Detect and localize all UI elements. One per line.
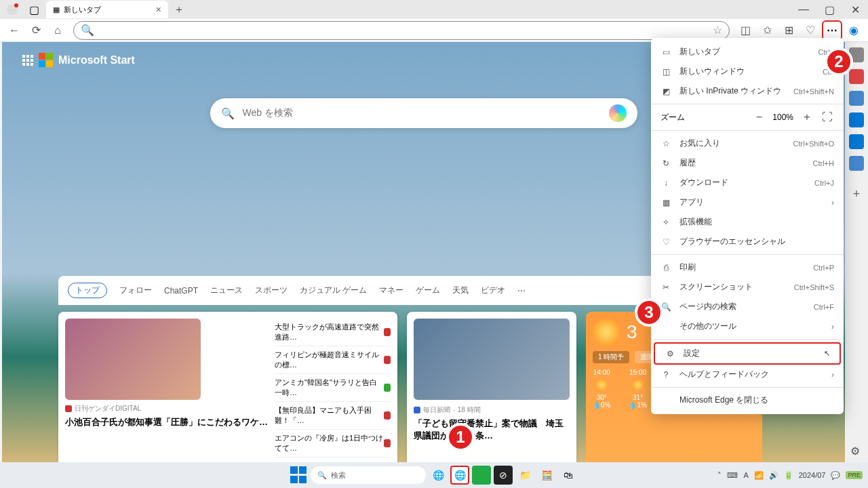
tab-icon: ▭ xyxy=(660,47,671,58)
app-launcher-icon[interactable] xyxy=(22,55,33,66)
screenshot-icon: ✂ xyxy=(660,282,671,293)
browser-tab[interactable]: ▦ 新しいタブ × xyxy=(46,1,168,18)
menu-apps[interactable]: ▦アプリ› xyxy=(651,192,844,212)
address-bar[interactable]: 🔍 ☆ xyxy=(73,21,730,40)
menu-print[interactable]: ⎙印刷Ctrl+P xyxy=(651,258,844,277)
feed-tab-top[interactable]: トップ xyxy=(68,283,107,298)
back-button[interactable]: ← xyxy=(4,20,24,41)
taskbar-store[interactable]: 🛍 xyxy=(559,466,578,485)
menu-find[interactable]: 🔍ページ内の検索Ctrl+F xyxy=(651,297,844,317)
feed-tab[interactable]: ゲーム xyxy=(416,285,440,296)
chevron-up-icon[interactable]: ˄ xyxy=(717,471,722,480)
profile-button[interactable] xyxy=(7,4,18,15)
feed-tab[interactable]: フォロー xyxy=(119,285,152,296)
new-tab-button[interactable]: ＋ xyxy=(174,3,184,17)
minimize-button[interactable]: — xyxy=(791,0,816,19)
copilot-button[interactable]: ◉ xyxy=(844,20,864,41)
chevron-right-icon: › xyxy=(831,322,834,331)
menu-new-inprivate[interactable]: ◩新しい InPrivate ウィンドウCtrl+Shift+N xyxy=(651,81,844,101)
star-icon: ☆ xyxy=(660,138,671,149)
chevron-right-icon: › xyxy=(831,370,834,380)
sun-icon xyxy=(593,319,620,346)
menu-screenshot[interactable]: ✂スクリーンショットCtrl+Shift+S xyxy=(651,277,844,297)
menu-more-tools[interactable]: その他のツール› xyxy=(651,317,844,336)
news-card[interactable]: 毎日新聞 · 18 時間 「子ども留守番禁止」案で物議 埼玉県議団が新たな条… xyxy=(407,312,576,488)
weather-tab-hourly[interactable]: 1 時間予 xyxy=(593,351,629,363)
browser-menu: ▭新しいタブCtrl+ ◫新しいウィンドウCtrl ◩新しい InPrivate… xyxy=(651,38,844,414)
feed-tab[interactable]: カジュアル ゲーム xyxy=(300,285,367,296)
search-icon: 🔍 xyxy=(81,24,94,37)
window-icon: ◫ xyxy=(660,66,671,77)
news-thumbnail xyxy=(65,319,201,400)
sidebar-add-icon[interactable]: + xyxy=(853,187,861,201)
sidebar-m365-icon[interactable] xyxy=(849,113,864,127)
titlebar: ▢ ▦ 新しいタブ × ＋ — ▢ ✕ xyxy=(0,0,868,19)
page-settings-icon[interactable]: ⚙ xyxy=(850,445,865,460)
sidebar-tools-icon[interactable] xyxy=(849,91,864,106)
battery-icon[interactable]: 🔋 xyxy=(784,471,793,480)
fullscreen-button[interactable]: ⛶ xyxy=(821,111,834,123)
taskbar-app[interactable]: ⊘ xyxy=(494,466,513,485)
system-tray[interactable]: ˄ ⌨ A 📶 🔊 🔋 2024/07 💬 PRE xyxy=(717,471,863,480)
search-box[interactable]: 🔍 Web を検索 xyxy=(210,98,637,128)
home-button[interactable]: ⌂ xyxy=(47,20,68,41)
feed-tab[interactable]: ChatGPT xyxy=(164,286,198,296)
browser-essentials-button[interactable]: ♡ xyxy=(800,20,821,41)
inprivate-icon: ◩ xyxy=(660,86,671,97)
feed-tab[interactable]: 天気 xyxy=(452,285,469,296)
menu-extensions[interactable]: ✧拡張機能 xyxy=(651,212,844,232)
maximize-button[interactable]: ▢ xyxy=(816,0,842,19)
favorites-button[interactable]: ✩ xyxy=(757,20,777,41)
menu-help[interactable]: ?ヘルプとフィードバック› xyxy=(651,365,844,384)
taskbar-explorer[interactable]: 📁 xyxy=(515,466,534,485)
cursor-icon: ↖ xyxy=(824,349,830,358)
menu-history[interactable]: ↻履歴Ctrl+H xyxy=(651,153,844,173)
ime-icon[interactable]: A xyxy=(743,471,748,479)
gear-icon: ⚙ xyxy=(665,348,675,359)
annotation-badge-1: 1 xyxy=(446,423,475,451)
feed-tab[interactable]: スポーツ xyxy=(255,285,288,296)
taskbar-search[interactable]: 🔍検索 xyxy=(311,466,426,484)
sidebar-shopping-icon[interactable] xyxy=(849,69,864,84)
more-button[interactable]: ⋯ xyxy=(822,20,842,41)
menu-essentials[interactable]: ♡ブラウザーのエッセンシャル xyxy=(651,232,844,251)
sidebar-outlook-icon[interactable] xyxy=(849,134,864,149)
taskbar-chrome[interactable]: 🌐 xyxy=(429,466,448,485)
keyboard-icon[interactable]: ⌨ xyxy=(727,471,738,480)
start-button[interactable] xyxy=(290,466,308,484)
taskbar-app[interactable] xyxy=(472,466,491,485)
split-screen-button[interactable]: ◫ xyxy=(735,20,755,41)
menu-favorites[interactable]: ☆お気に入りCtrl+Shift+O xyxy=(651,134,844,153)
news-card[interactable]: 日刊ゲンダイDIGITAL 小池百合子氏が都知事選「圧勝」にこだわるワケ… 大型… xyxy=(58,312,397,488)
zoom-in-button[interactable]: + xyxy=(800,111,814,123)
copilot-icon[interactable] xyxy=(609,104,627,122)
notifications-icon[interactable]: 💬 xyxy=(831,471,840,480)
feed-tab[interactable]: マネー xyxy=(379,285,403,296)
taskbar-edge[interactable]: 🌐 xyxy=(450,466,469,485)
zoom-out-button[interactable]: − xyxy=(752,111,766,123)
collections-button[interactable]: ⊞ xyxy=(778,20,799,41)
menu-new-tab[interactable]: ▭新しいタブCtrl+ xyxy=(651,42,844,62)
favorite-icon[interactable]: ☆ xyxy=(713,24,722,37)
extensions-icon: ✧ xyxy=(660,217,671,228)
volume-icon[interactable]: 🔊 xyxy=(769,471,778,480)
search-icon: 🔍 xyxy=(221,107,235,120)
close-button[interactable]: ✕ xyxy=(842,0,868,19)
wifi-icon[interactable]: 📶 xyxy=(754,471,764,480)
menu-close-edge[interactable]: Microsoft Edge を閉じる xyxy=(651,390,844,410)
sidebar-send-icon[interactable] xyxy=(849,156,864,171)
tab-actions-button[interactable]: ▢ xyxy=(27,3,41,16)
menu-downloads[interactable]: ↓ダウンロードCtrl+J xyxy=(651,173,844,192)
feed-tab[interactable]: ニュース xyxy=(210,285,243,296)
feed-more-icon[interactable]: ⋯ xyxy=(517,286,526,296)
taskbar-calculator[interactable]: 🧮 xyxy=(537,466,556,485)
clock[interactable]: 2024/07 xyxy=(799,471,826,479)
feed-tab[interactable]: ビデオ xyxy=(481,285,505,296)
microsoft-logo xyxy=(39,53,53,67)
menu-new-window[interactable]: ◫新しいウィンドウCtrl xyxy=(651,62,844,81)
close-tab-icon[interactable]: × xyxy=(156,4,161,15)
refresh-button[interactable]: ⟳ xyxy=(26,20,46,41)
menu-settings[interactable]: ⚙設定↖ xyxy=(654,342,841,365)
page-title: Microsoft Start xyxy=(58,54,135,66)
heart-icon: ♡ xyxy=(660,237,671,247)
